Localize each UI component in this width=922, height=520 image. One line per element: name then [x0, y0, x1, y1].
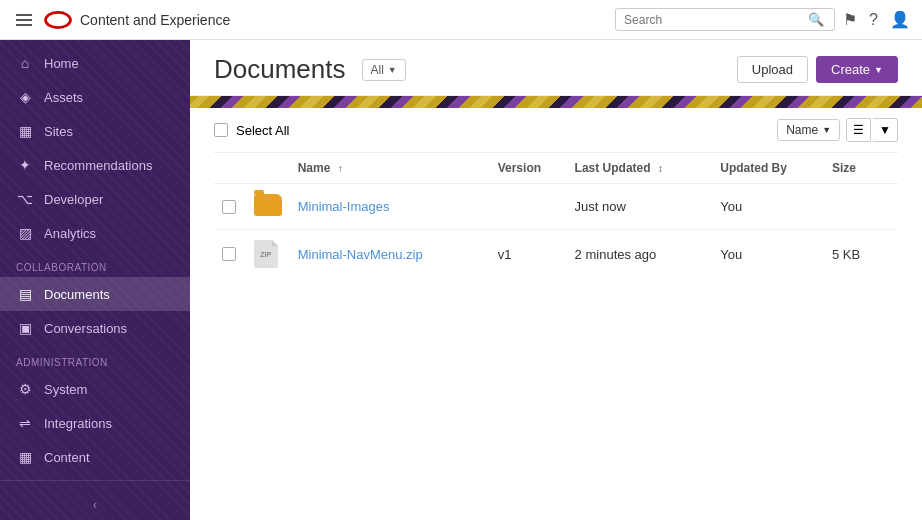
main-layout: ⌂ Home ◈ Assets ▦ Sites ✦ Recommendation… — [0, 40, 922, 520]
sidebar-item-label: Sites — [44, 124, 73, 139]
sidebar-item-label: System — [44, 382, 87, 397]
sidebar: ⌂ Home ◈ Assets ▦ Sites ✦ Recommendation… — [0, 40, 190, 520]
table-area: Select All Name ▼ ☰ ▼ — [190, 108, 922, 520]
sidebar-item-developer[interactable]: ⌥ Developer — [0, 182, 190, 216]
file-size: 5 KB — [824, 230, 898, 279]
header-actions: Upload Create ▼ — [737, 56, 898, 83]
toolbar-right: Name ▼ ☰ ▼ — [777, 118, 898, 142]
table-toolbar: Select All Name ▼ ☰ ▼ — [214, 108, 898, 153]
sidebar-item-label: Assets — [44, 90, 83, 105]
nav-icons: ⚑ ? 👤 — [843, 10, 910, 29]
zip-icon: ZIP — [254, 240, 278, 268]
row-checkbox[interactable] — [222, 247, 236, 261]
create-label: Create — [831, 62, 870, 77]
app-title: Content and Experience — [80, 12, 607, 28]
view-toggle: ☰ ▼ — [846, 118, 898, 142]
content-icon: ▦ — [16, 449, 34, 465]
chevron-down-icon: ▼ — [388, 65, 397, 75]
col-icon-header — [246, 153, 290, 184]
select-all-checkbox[interactable] — [214, 123, 228, 137]
chevron-down-icon: ▼ — [822, 125, 831, 135]
collapse-sidebar-button[interactable]: ‹ — [0, 489, 190, 520]
chevron-down-icon: ▼ — [874, 65, 883, 75]
table-row: Minimal-Images Just now You — [214, 184, 898, 230]
file-last-updated: 2 minutes ago — [567, 230, 713, 279]
user-icon[interactable]: 👤 — [890, 10, 910, 29]
file-last-updated: Just now — [567, 184, 713, 230]
create-button[interactable]: Create ▼ — [816, 56, 898, 83]
sidebar-item-label: Conversations — [44, 321, 127, 336]
flag-icon[interactable]: ⚑ — [843, 10, 857, 29]
documents-icon: ▤ — [16, 286, 34, 302]
col-lastupdated-header[interactable]: Last Updated ↕ — [567, 153, 713, 184]
file-name[interactable]: Minimal-NavMenu.zip — [298, 247, 423, 262]
sort-both-icon: ↕ — [658, 163, 663, 174]
search-icon: 🔍 — [808, 12, 824, 27]
sidebar-item-label: Analytics — [44, 226, 96, 241]
sidebar-item-label: Integrations — [44, 416, 112, 431]
administration-section-label: ADMINISTRATION — [0, 345, 190, 372]
hamburger-button[interactable] — [12, 10, 36, 30]
system-icon: ⚙ — [16, 381, 34, 397]
collaboration-section-label: COLLABORATION — [0, 250, 190, 277]
sort-name-label: Name — [786, 123, 818, 137]
recommendations-icon: ✦ — [16, 157, 34, 173]
sidebar-item-sites[interactable]: ▦ Sites — [0, 114, 190, 148]
file-version: v1 — [490, 230, 567, 279]
sidebar-item-label: Recommendations — [44, 158, 152, 173]
list-view-button[interactable]: ☰ — [846, 118, 871, 142]
table-row: ZIP Minimal-NavMenu.zip v1 2 minutes ago… — [214, 230, 898, 279]
file-updated-by: You — [712, 184, 824, 230]
sidebar-item-system[interactable]: ⚙ System — [0, 372, 190, 406]
row-checkbox[interactable] — [222, 200, 236, 214]
filter-dropdown[interactable]: All ▼ — [362, 59, 406, 81]
sidebar-item-integrations[interactable]: ⇌ Integrations — [0, 406, 190, 440]
file-table: Name ↑ Version Last Updated ↕ Updated By… — [214, 153, 898, 278]
folder-icon — [254, 194, 282, 216]
col-check-header — [214, 153, 246, 184]
page-title: Documents — [214, 54, 346, 85]
col-size-header: Size — [824, 153, 898, 184]
analytics-icon: ▨ — [16, 225, 34, 241]
sidebar-item-analytics[interactable]: ▨ Analytics — [0, 216, 190, 250]
select-all-area: Select All — [214, 123, 289, 138]
integrations-icon: ⇌ — [16, 415, 34, 431]
content-area: Documents All ▼ Upload Create ▼ Select A… — [190, 40, 922, 520]
sidebar-item-home[interactable]: ⌂ Home — [0, 46, 190, 80]
sort-asc-icon: ↑ — [338, 163, 343, 174]
col-version-header: Version — [490, 153, 567, 184]
upload-button[interactable]: Upload — [737, 56, 808, 83]
help-icon[interactable]: ? — [869, 11, 878, 29]
conversations-icon: ▣ — [16, 320, 34, 336]
sidebar-item-label: Documents — [44, 287, 110, 302]
sites-icon: ▦ — [16, 123, 34, 139]
assets-icon: ◈ — [16, 89, 34, 105]
search-box[interactable]: 🔍 — [615, 8, 835, 31]
banner-stripe — [190, 96, 922, 108]
select-all-label: Select All — [236, 123, 289, 138]
sort-name-button[interactable]: Name ▼ — [777, 119, 840, 141]
file-version — [490, 184, 567, 230]
file-name[interactable]: Minimal-Images — [298, 199, 390, 214]
top-nav: Content and Experience 🔍 ⚑ ? 👤 — [0, 0, 922, 40]
developer-icon: ⌥ — [16, 191, 34, 207]
sidebar-item-conversations[interactable]: ▣ Conversations — [0, 311, 190, 345]
sidebar-item-label: Home — [44, 56, 79, 71]
col-updatedby-header: Updated By — [712, 153, 824, 184]
content-header: Documents All ▼ Upload Create ▼ — [190, 40, 922, 96]
home-icon: ⌂ — [16, 55, 34, 71]
file-size — [824, 184, 898, 230]
sidebar-item-content[interactable]: ▦ Content — [0, 440, 190, 474]
collapse-icon: ‹ — [93, 497, 97, 512]
search-input[interactable] — [624, 13, 804, 27]
grid-view-button[interactable]: ▼ — [873, 118, 898, 142]
oracle-logo — [44, 10, 72, 30]
col-name-header[interactable]: Name ↑ — [290, 153, 490, 184]
sidebar-item-recommendations[interactable]: ✦ Recommendations — [0, 148, 190, 182]
sidebar-item-assets[interactable]: ◈ Assets — [0, 80, 190, 114]
sidebar-item-label: Developer — [44, 192, 103, 207]
sidebar-item-documents[interactable]: ▤ Documents — [0, 277, 190, 311]
filter-label: All — [371, 63, 384, 77]
file-updated-by: You — [712, 230, 824, 279]
svg-point-0 — [46, 12, 71, 27]
